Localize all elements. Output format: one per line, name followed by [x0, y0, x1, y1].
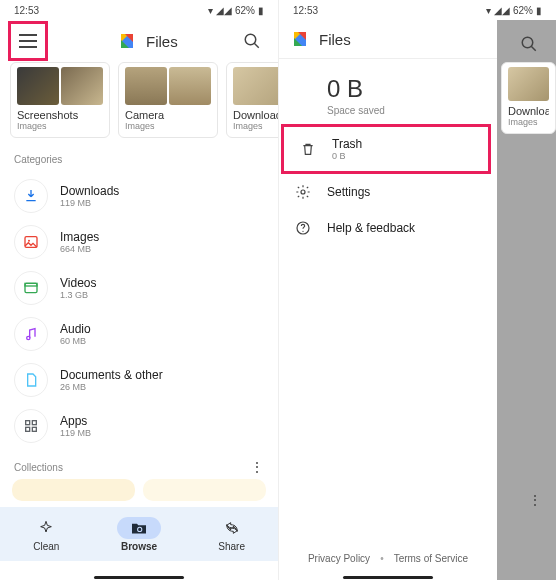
status-time: 12:53 — [14, 5, 39, 16]
recent-row: Screenshots Images Camera Images Downloa… — [0, 62, 278, 142]
recent-card-downloads[interactable]: Downloads Images — [226, 62, 278, 138]
storage-summary: 0 B Space saved — [279, 59, 497, 124]
status-bar: 12:53 ▾ ◢◢ 62% ▮ — [0, 0, 278, 20]
category-images[interactable]: Images664 MB — [0, 219, 278, 265]
drawer-item-settings[interactable]: Settings — [279, 174, 497, 210]
wifi-icon: ▾ — [486, 5, 491, 16]
apps-icon — [23, 418, 39, 434]
phone-right: 12:53 ▾ ◢◢ 62% ▮ Downloads Images ⋮ File… — [278, 0, 556, 580]
svg-line-20 — [531, 46, 536, 51]
recent-sub: Images — [233, 121, 278, 131]
background-content: Downloads Images ⋮ — [497, 20, 556, 580]
svg-rect-0 — [19, 34, 37, 36]
app-title: Files — [146, 33, 224, 50]
section-collections-row: Collections ⋮ — [0, 449, 278, 479]
search-button — [511, 26, 547, 62]
nav-share[interactable]: Share — [185, 517, 278, 552]
files-logo-icon — [291, 30, 309, 48]
recent-title: Screenshots — [17, 109, 103, 121]
recent-card-screenshots[interactable]: Screenshots Images — [10, 62, 110, 138]
drawer-footer: Privacy Policy • Terms of Service — [279, 537, 497, 580]
phone-left: 12:53 ▾ ◢◢ 62% ▮ Files Screenshots Image… — [0, 0, 278, 580]
nav-clean[interactable]: Clean — [0, 517, 93, 552]
battery-icon: ▮ — [536, 5, 542, 16]
battery-pct: 62% — [513, 5, 533, 16]
search-button[interactable] — [234, 23, 270, 59]
collection-chip[interactable] — [12, 479, 135, 501]
gesture-bar — [94, 576, 184, 579]
folder-search-icon — [130, 521, 148, 535]
sparkle-icon — [38, 520, 54, 536]
drawer-item-help[interactable]: Help & feedback — [279, 210, 497, 246]
svg-point-27 — [302, 231, 303, 232]
recent-sub: Images — [17, 121, 103, 131]
recent-title: Downloads — [233, 109, 278, 121]
recent-sub: Images — [125, 121, 211, 131]
more-icon: ⋮ — [528, 492, 542, 508]
category-downloads[interactable]: Downloads119 MB — [0, 173, 278, 219]
svg-rect-15 — [32, 421, 36, 425]
svg-point-25 — [301, 190, 305, 194]
category-documents[interactable]: Documents & other26 MB — [0, 357, 278, 403]
svg-rect-11 — [25, 283, 37, 292]
recent-card-downloads: Downloads Images — [501, 62, 556, 134]
image-icon — [23, 234, 39, 250]
nav-browse[interactable]: Browse — [93, 517, 186, 552]
share-icon — [224, 521, 240, 535]
svg-rect-1 — [19, 40, 37, 42]
svg-line-8 — [254, 43, 259, 48]
signal-icon: ◢◢ — [494, 5, 510, 16]
status-bar: 12:53 ▾ ◢◢ 62% ▮ — [279, 0, 556, 20]
svg-point-7 — [245, 34, 256, 45]
help-icon — [295, 220, 311, 236]
svg-point-13 — [27, 336, 30, 339]
app-bar: Files — [0, 20, 278, 62]
section-collections: Collections — [14, 462, 63, 473]
status-time: 12:53 — [293, 5, 318, 16]
collection-chip[interactable] — [143, 479, 266, 501]
collection-chips — [0, 479, 278, 507]
category-apps[interactable]: Apps119 MB — [0, 403, 278, 449]
search-icon — [243, 32, 261, 50]
menu-button[interactable] — [8, 21, 48, 61]
drawer-item-trash[interactable]: Trash0 B — [281, 124, 491, 174]
battery-pct: 62% — [235, 5, 255, 16]
category-audio[interactable]: Audio60 MB — [0, 311, 278, 357]
svg-point-19 — [522, 37, 533, 48]
dot-separator: • — [380, 553, 384, 564]
nav-drawer: Files 0 B Space saved Trash0 B Settings … — [279, 20, 497, 580]
drawer-title: Files — [319, 31, 485, 48]
storage-label: Space saved — [327, 105, 479, 116]
document-icon — [23, 372, 39, 388]
hamburger-icon — [19, 34, 37, 48]
audio-icon — [23, 326, 39, 342]
recent-card-camera[interactable]: Camera Images — [118, 62, 218, 138]
terms-link[interactable]: Terms of Service — [394, 553, 468, 564]
download-icon — [23, 188, 39, 204]
video-icon — [23, 280, 39, 296]
svg-rect-16 — [26, 427, 30, 431]
storage-value: 0 B — [327, 75, 479, 103]
files-logo-icon — [118, 32, 136, 50]
svg-point-10 — [28, 240, 30, 242]
svg-rect-12 — [25, 283, 37, 286]
signal-icon: ◢◢ — [216, 5, 232, 16]
bottom-nav: Clean Browse Share — [0, 507, 278, 561]
search-icon — [520, 35, 538, 53]
drawer-header: Files — [279, 20, 497, 59]
wifi-icon: ▾ — [208, 5, 213, 16]
section-categories: Categories — [0, 142, 278, 173]
gear-icon — [295, 184, 311, 200]
status-right: ▾ ◢◢ 62% ▮ — [486, 5, 542, 16]
battery-icon: ▮ — [258, 5, 264, 16]
svg-rect-2 — [19, 46, 37, 48]
trash-icon — [300, 141, 316, 157]
gesture-bar — [343, 576, 433, 579]
svg-rect-17 — [32, 427, 36, 431]
privacy-link[interactable]: Privacy Policy — [308, 553, 370, 564]
svg-rect-14 — [26, 421, 30, 425]
category-videos[interactable]: Videos1.3 GB — [0, 265, 278, 311]
more-icon[interactable]: ⋮ — [250, 459, 264, 475]
status-right: ▾ ◢◢ 62% ▮ — [208, 5, 264, 16]
recent-title: Camera — [125, 109, 211, 121]
